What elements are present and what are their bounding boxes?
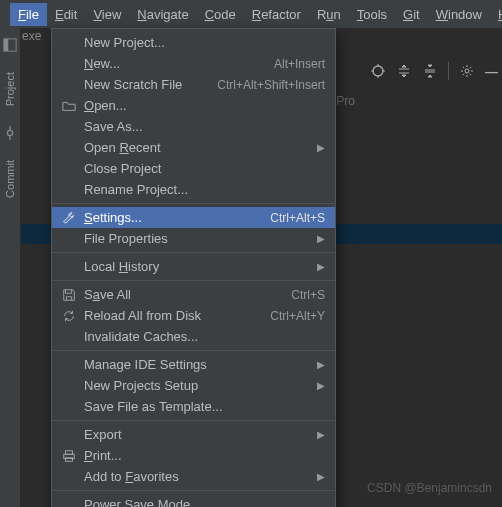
- left-gutter: Project Commit: [0, 28, 21, 507]
- menuitem-label: Invalidate Caches...: [84, 329, 325, 344]
- blank-icon: [60, 400, 78, 414]
- commit-tool-icon[interactable]: [3, 126, 17, 140]
- menuitem-label: Save As...: [84, 119, 325, 134]
- svg-rect-1: [4, 39, 8, 51]
- blank-icon: [60, 428, 78, 442]
- blank-icon: [60, 36, 78, 50]
- menuitem-label: New Scratch File: [84, 77, 217, 92]
- svg-point-10: [465, 69, 469, 73]
- blank-icon: [60, 358, 78, 372]
- hide-icon[interactable]: —: [485, 64, 498, 79]
- menuitem-add-to-favorites[interactable]: Add to Favorites▶: [52, 466, 335, 487]
- target-icon[interactable]: [370, 63, 386, 79]
- menuitem-label: Local History: [84, 259, 311, 274]
- menu-git[interactable]: Git: [395, 3, 428, 26]
- reload-icon: [60, 309, 78, 323]
- menuitem-label: Open...: [84, 98, 325, 113]
- path-fragment: exe: [22, 29, 41, 43]
- menu-navigate[interactable]: Navigate: [129, 3, 196, 26]
- menu-code[interactable]: Code: [197, 3, 244, 26]
- menuitem-save-as[interactable]: Save As...: [52, 116, 335, 137]
- menu-tools[interactable]: Tools: [349, 3, 395, 26]
- menuitem-settings[interactable]: Settings...Ctrl+Alt+S: [52, 207, 335, 228]
- print-icon: [60, 449, 78, 463]
- collapse-all-icon[interactable]: [422, 63, 438, 79]
- menuitem-open-recent[interactable]: Open Recent▶: [52, 137, 335, 158]
- menuitem-label: Close Project: [84, 161, 325, 176]
- svg-point-2: [7, 131, 12, 136]
- menuitem-label: Reload All from Disk: [84, 308, 270, 323]
- menuitem-label: Print...: [84, 448, 325, 463]
- menuitem-print[interactable]: Print...: [52, 445, 335, 466]
- menuitem-save-all[interactable]: Save AllCtrl+S: [52, 284, 335, 305]
- main-area: Project Commit exe — clePro CSDN @Benjam…: [0, 28, 502, 507]
- toolbar-divider: [448, 62, 449, 80]
- menuitem-file-properties[interactable]: File Properties▶: [52, 228, 335, 249]
- blank-icon: [60, 78, 78, 92]
- menu-help[interactable]: Help: [490, 3, 502, 26]
- menuitem-new-projects-setup[interactable]: New Projects Setup▶: [52, 375, 335, 396]
- menuitem-shortcut: Ctrl+Alt+Y: [270, 309, 325, 323]
- menu-run[interactable]: Run: [309, 3, 349, 26]
- menu-refactor[interactable]: Refactor: [244, 3, 309, 26]
- menuitem-label: Rename Project...: [84, 182, 325, 197]
- menuitem-reload-all-from-disk[interactable]: Reload All from DiskCtrl+Alt+Y: [52, 305, 335, 326]
- submenu-arrow-icon: ▶: [317, 471, 325, 482]
- menuitem-save-file-as-template[interactable]: Save File as Template...: [52, 396, 335, 417]
- menuitem-label: Settings...: [84, 210, 270, 225]
- menu-file[interactable]: File: [10, 3, 47, 26]
- submenu-arrow-icon: ▶: [317, 233, 325, 244]
- menuitem-rename-project[interactable]: Rename Project...: [52, 179, 335, 200]
- blank-icon: [60, 330, 78, 344]
- menuitem-shortcut: Ctrl+Alt+S: [270, 211, 325, 225]
- submenu-arrow-icon: ▶: [317, 429, 325, 440]
- menuitem-label: New...: [84, 56, 274, 71]
- menuitem-local-history[interactable]: Local History▶: [52, 256, 335, 277]
- menuitem-shortcut: Ctrl+Alt+Shift+Insert: [217, 78, 325, 92]
- menuitem-export[interactable]: Export▶: [52, 424, 335, 445]
- menuitem-label: New Projects Setup: [84, 378, 311, 393]
- submenu-arrow-icon: ▶: [317, 142, 325, 153]
- menuitem-power-save-mode[interactable]: Power Save Mode: [52, 494, 335, 507]
- project-tool-label[interactable]: Project: [4, 72, 16, 106]
- svg-point-5: [373, 66, 383, 76]
- blank-icon: [60, 183, 78, 197]
- menuitem-invalidate-caches[interactable]: Invalidate Caches...: [52, 326, 335, 347]
- menuitem-label: Open Recent: [84, 140, 311, 155]
- menuitem-open[interactable]: Open...: [52, 95, 335, 116]
- menuitem-label: Export: [84, 427, 311, 442]
- menu-separator: [52, 203, 335, 204]
- menuitem-new-project[interactable]: New Project...: [52, 32, 335, 53]
- editor-area: exe — clePro CSDN @Benjamincsdn New Proj…: [21, 28, 502, 507]
- blank-icon: [60, 57, 78, 71]
- menu-window[interactable]: Window: [428, 3, 490, 26]
- file-menu-dropdown: New Project...New...Alt+InsertNew Scratc…: [51, 28, 336, 507]
- wrench-icon: [60, 211, 78, 225]
- save-icon: [60, 288, 78, 302]
- blank-icon: [60, 379, 78, 393]
- blank-icon: [60, 232, 78, 246]
- menuitem-new[interactable]: New...Alt+Insert: [52, 53, 335, 74]
- menu-separator: [52, 490, 335, 491]
- editor-toolbar: —: [370, 62, 498, 80]
- menuitem-manage-ide-settings[interactable]: Manage IDE Settings▶: [52, 354, 335, 375]
- menuitem-close-project[interactable]: Close Project: [52, 158, 335, 179]
- open-icon: [60, 99, 78, 113]
- menu-edit[interactable]: Edit: [47, 3, 85, 26]
- menuitem-new-scratch-file[interactable]: New Scratch FileCtrl+Alt+Shift+Insert: [52, 74, 335, 95]
- blank-icon: [60, 141, 78, 155]
- expand-all-icon[interactable]: [396, 63, 412, 79]
- blank-icon: [60, 162, 78, 176]
- menuitem-label: New Project...: [84, 35, 325, 50]
- svg-rect-11: [66, 450, 73, 454]
- menuitem-label: Add to Favorites: [84, 469, 311, 484]
- commit-tool-label[interactable]: Commit: [4, 160, 16, 198]
- menu-separator: [52, 252, 335, 253]
- project-tool-icon[interactable]: [3, 38, 17, 52]
- gear-icon[interactable]: [459, 63, 475, 79]
- menu-view[interactable]: View: [85, 3, 129, 26]
- menuitem-label: Power Save Mode: [84, 497, 325, 507]
- blank-icon: [60, 498, 78, 508]
- menubar: FileEditViewNavigateCodeRefactorRunTools…: [0, 0, 502, 28]
- blank-icon: [60, 470, 78, 484]
